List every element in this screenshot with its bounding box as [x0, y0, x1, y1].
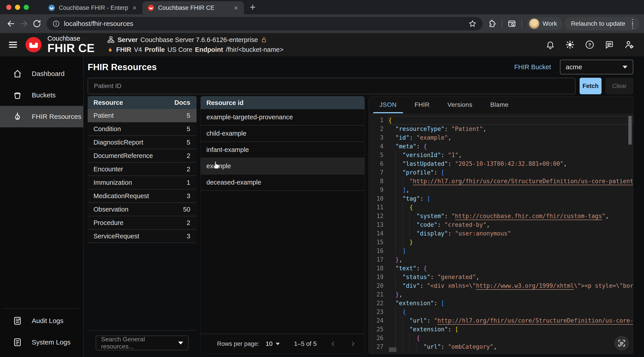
url-bar[interactable]: localhost/fhir-resources [46, 17, 482, 30]
sidebar-item-system-logs[interactable]: System Logs [0, 332, 83, 353]
close-tab-icon[interactable]: × [233, 4, 239, 11]
theme-sun-icon[interactable] [565, 40, 575, 49]
list-item-resource-id[interactable]: child-example [200, 126, 364, 142]
resource-table-panel: Resource Docs Patient5Condition5Diagnost… [88, 96, 196, 354]
relaunch-to-update-button[interactable]: Relaunch to update ⋮⋮ [564, 17, 640, 30]
site-info-icon[interactable] [52, 20, 60, 27]
extensions-puzzle-icon [488, 19, 497, 28]
patient-id-input[interactable] [88, 78, 576, 94]
browser-toolbar: localhost/fhir-resources Work Relaunch t… [0, 14, 644, 33]
close-tab-icon[interactable]: × [132, 4, 138, 11]
extensions-button[interactable] [486, 17, 499, 30]
table-row[interactable]: DiagnosticReport5 [88, 136, 196, 149]
user-settings-icon[interactable] [624, 40, 634, 50]
resource-table-footer: Search General resources... [88, 330, 196, 354]
sidebar-item-buckets[interactable]: Buckets [0, 84, 83, 106]
reload-button[interactable] [30, 17, 44, 30]
tab-versions[interactable]: Versions [438, 96, 481, 113]
resource-docs: 5 [187, 125, 196, 133]
table-row[interactable]: ServiceRequest3 [88, 230, 196, 243]
help-icon[interactable]: ? [585, 40, 594, 49]
browser-menu-icon[interactable]: ⋮⋮ [629, 20, 636, 28]
notifications-bell-icon[interactable] [546, 40, 555, 49]
code-line: 10 "tag": [ [369, 194, 633, 203]
content-columns: Resource Docs Patient5Condition5Diagnost… [88, 96, 633, 354]
code-line: 11 { [369, 203, 633, 212]
list-item-resource-id[interactable]: example [200, 158, 364, 174]
endpoint-label: Endpoint [195, 46, 223, 53]
screen-reader-hint-button[interactable] [614, 336, 629, 351]
scan-text-icon [617, 339, 626, 348]
resource-id-header: Resource id [200, 96, 364, 109]
vertical-scrollbar-thumb[interactable] [628, 116, 632, 145]
code-line: 2 "resourceType": "Patient", [369, 125, 633, 133]
new-tab-button[interactable]: + [244, 1, 262, 13]
rows-per-page-select[interactable]: 10 [266, 340, 280, 348]
mouse-cursor [212, 160, 220, 169]
chevron-right-icon [349, 340, 357, 348]
code-line: 6 "lastUpdated": "2025-10-13T00:42:32.88… [369, 159, 633, 168]
code-lines: 1{2 "resourceType": "Patient",3 "id": "e… [369, 116, 633, 351]
resource-table-header: Resource Docs [88, 96, 196, 109]
resource-name: MedicationRequest [88, 192, 187, 200]
hamburger-menu-icon[interactable] [8, 39, 18, 50]
bucket-select[interactable]: acme [560, 60, 633, 74]
bookmark-star-icon[interactable] [468, 19, 477, 28]
viewer-tabs: JSONFHIRVersionsBlame [369, 96, 633, 113]
code-line: 14 "display": "user:anonymous" [369, 229, 633, 238]
audit-logs-icon [12, 316, 22, 326]
sidebar-bottom: Audit Logs System Logs [0, 304, 83, 357]
brand-text: Couchbase FHIR CE [48, 35, 95, 54]
table-row[interactable]: Observation50 [88, 203, 196, 216]
table-row[interactable]: Encounter2 [88, 163, 196, 176]
resource-name: DocumentReference [88, 152, 187, 159]
json-code-editor[interactable]: 1{2 "resourceType": "Patient",3 "id": "e… [369, 113, 633, 354]
resource-id-list: example-targeted-provenancechild-example… [200, 109, 364, 191]
table-row[interactable]: MedicationRequest3 [88, 189, 196, 203]
tab-search-button[interactable] [505, 17, 518, 30]
horizontal-scrollbar-thumb[interactable] [389, 348, 396, 352]
home-icon [12, 69, 22, 79]
fire-icon [107, 45, 114, 54]
browser-tab-fhir-ce[interactable]: Couchbase FHIR CE × [142, 1, 244, 14]
general-resources-select[interactable]: Search General resources... [96, 336, 188, 350]
server-label: Server [118, 36, 138, 43]
reload-icon [32, 19, 42, 28]
resource-docs: 3 [187, 233, 196, 240]
list-item-resource-id[interactable]: example-targeted-provenance [200, 109, 364, 126]
tab-json[interactable]: JSON [370, 96, 406, 113]
tab-fhir[interactable]: FHIR [406, 96, 438, 113]
minimize-window-button[interactable] [15, 5, 20, 10]
list-item-resource-id[interactable]: deceased-example [200, 174, 364, 191]
clear-button[interactable]: Clear [606, 78, 633, 94]
sidebar-item-audit-logs[interactable]: Audit Logs [0, 310, 83, 332]
sidebar-item-fhir-resources[interactable]: FHIR Resources [0, 106, 83, 127]
svg-text:?: ? [588, 42, 591, 47]
table-row[interactable]: Immunization1 [88, 176, 196, 189]
back-button[interactable] [4, 17, 18, 30]
previous-page-button[interactable] [329, 340, 337, 348]
sidebar-item-dashboard[interactable]: Dashboard [0, 63, 83, 84]
list-item-resource-id[interactable]: infant-example [200, 142, 364, 158]
tab-blame[interactable]: Blame [481, 96, 518, 113]
table-row[interactable]: DocumentReference2 [88, 149, 196, 163]
column-header-resource: Resource [88, 99, 174, 106]
feedback-chat-icon[interactable] [605, 40, 614, 49]
forward-button[interactable] [18, 17, 30, 30]
table-row[interactable]: Procedure2 [88, 216, 196, 230]
close-window-button[interactable] [6, 5, 12, 10]
browser-tab-enterprise[interactable]: Couchbase FHIR - Enterprise × [43, 1, 142, 14]
resource-name: Procedure [88, 219, 187, 227]
flame-icon [12, 112, 22, 121]
table-row[interactable]: Condition5 [88, 122, 196, 136]
sidebar-divider [4, 308, 79, 309]
resource-docs: 2 [187, 152, 196, 159]
table-row[interactable]: Patient5 [88, 109, 196, 122]
relaunch-label: Relaunch to update [571, 20, 625, 27]
fetch-button[interactable]: Fetch [580, 78, 602, 94]
next-page-button[interactable] [349, 340, 357, 348]
zoom-window-button[interactable] [24, 5, 29, 10]
profile-chip[interactable]: Work [527, 17, 562, 30]
sidebar-item-label: Audit Logs [32, 317, 64, 325]
sidebar: Dashboard Buckets FHIR Resources Audit L… [0, 56, 84, 357]
